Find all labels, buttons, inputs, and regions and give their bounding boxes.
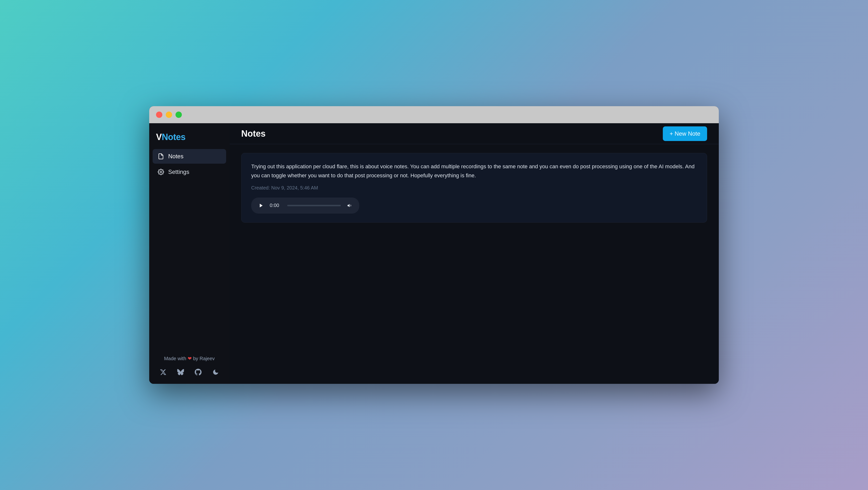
audio-progress-bar[interactable] (287, 205, 341, 206)
heart-icon: ❤ (188, 356, 192, 361)
play-button[interactable] (256, 201, 266, 210)
sidebar-item-notes[interactable]: Notes (153, 149, 226, 164)
page-title: Notes (241, 128, 266, 139)
darkmode-icon[interactable] (211, 367, 220, 377)
social-icons (156, 367, 223, 377)
svg-marker-2 (348, 204, 349, 207)
app-window: VNotes Notes (149, 106, 719, 384)
main-header: Notes + New Note (229, 123, 719, 144)
note-card: Trying out this application per cloud fl… (241, 153, 707, 223)
main-content: Notes + New Note Trying out this applica… (229, 123, 719, 384)
svg-point-0 (160, 171, 162, 173)
sidebar-footer: Made with ❤ by Rajeev (149, 349, 229, 384)
logo-v: V (156, 132, 162, 142)
new-note-button[interactable]: + New Note (663, 126, 707, 141)
bluesky-icon[interactable] (176, 367, 185, 377)
traffic-lights (156, 112, 182, 118)
app-body: VNotes Notes (149, 123, 719, 384)
audio-player: 0:00 (251, 198, 359, 213)
maximize-button[interactable] (176, 112, 182, 118)
x-twitter-icon[interactable] (158, 367, 168, 377)
minimize-button[interactable] (166, 112, 172, 118)
sidebar-item-settings[interactable]: Settings (153, 165, 226, 179)
notes-list: Trying out this application per cloud fl… (229, 144, 719, 384)
volume-button[interactable] (346, 201, 354, 210)
audio-time: 0:00 (270, 203, 283, 208)
logo-notes: Notes (162, 132, 186, 142)
github-icon[interactable] (193, 367, 203, 377)
note-date: Created: Nov 9, 2024, 5:46 AM (251, 185, 697, 191)
app-logo: VNotes (149, 123, 229, 149)
notes-nav-label: Notes (168, 153, 184, 160)
sidebar: VNotes Notes (149, 123, 229, 384)
notes-icon (157, 153, 164, 160)
titlebar (149, 106, 719, 123)
note-text: Trying out this application per cloud fl… (251, 162, 697, 180)
settings-icon (157, 169, 164, 175)
settings-nav-label: Settings (168, 169, 189, 175)
sidebar-nav: Notes Settings (149, 149, 229, 349)
close-button[interactable] (156, 112, 162, 118)
made-with-text: Made with ❤ by Rajeev (156, 355, 223, 362)
svg-marker-1 (260, 204, 262, 207)
